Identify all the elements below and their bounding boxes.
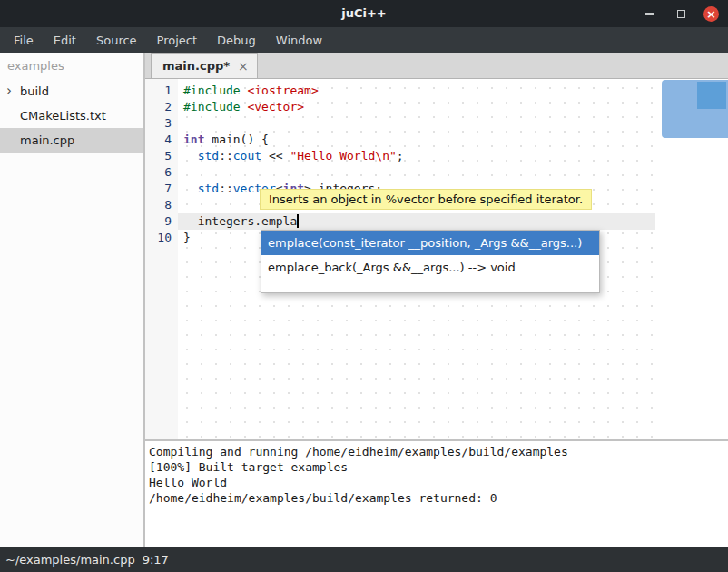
window-controls: × bbox=[642, 0, 719, 27]
tab-label: main.cpp* bbox=[162, 59, 230, 73]
menu-file[interactable]: File bbox=[4, 27, 44, 53]
project-name: examples bbox=[0, 53, 143, 79]
status-file-path: ~/examples/main.cpp bbox=[5, 553, 135, 567]
line-number-gutter: 12345678910 bbox=[145, 79, 178, 439]
tree-item-build[interactable]: ›build bbox=[0, 79, 143, 104]
line-number: 3 bbox=[145, 115, 178, 132]
minimize-icon bbox=[645, 13, 654, 15]
file-tree-panel: examples ›buildCMakeLists.txtmain.cpp bbox=[0, 53, 143, 547]
text-cursor bbox=[297, 214, 299, 228]
line-number: 5 bbox=[145, 148, 178, 164]
code-line[interactable]: integers.empla bbox=[178, 213, 655, 230]
window-title: juCi++ bbox=[0, 0, 728, 27]
editor-column: main.cpp* × 12345678910 #include <iostre… bbox=[145, 53, 728, 547]
code-line[interactable]: #include <vector> bbox=[178, 99, 655, 115]
menu-edit[interactable]: Edit bbox=[44, 27, 86, 53]
file-tree: ›buildCMakeLists.txtmain.cpp bbox=[0, 79, 143, 153]
tab-main-cpp[interactable]: main.cpp* × bbox=[151, 53, 258, 78]
menubar: FileEditSourceProjectDebugWindow bbox=[0, 27, 728, 53]
code-line[interactable]: int main() { bbox=[178, 132, 655, 148]
code-segment: :: bbox=[219, 149, 233, 163]
line-number: 10 bbox=[145, 230, 178, 246]
terminal-line: Hello World bbox=[149, 475, 728, 490]
code-line[interactable] bbox=[178, 164, 655, 181]
code-segment: std bbox=[198, 149, 219, 163]
minimize-button[interactable] bbox=[642, 5, 658, 22]
menu-source[interactable]: Source bbox=[86, 27, 147, 53]
completion-item[interactable]: emplace(const_iterator __position, _Args… bbox=[261, 231, 599, 255]
tree-item-main-cpp[interactable]: main.cpp bbox=[0, 128, 143, 153]
terminal-output[interactable]: Compiling and running /home/eidheim/exam… bbox=[145, 441, 728, 547]
code-segment: cout bbox=[233, 149, 261, 163]
terminal-line: Compiling and running /home/eidheim/exam… bbox=[149, 444, 728, 459]
code-segment: << bbox=[261, 149, 290, 163]
completion-popup: emplace(const_iterator __position, _Args… bbox=[261, 230, 600, 293]
code-segment: ; bbox=[397, 149, 404, 163]
code-line[interactable]: #include <iostream> bbox=[178, 83, 655, 99]
code-segment: <iostream> bbox=[247, 84, 318, 97]
tabbar: main.cpp* × bbox=[145, 53, 728, 79]
line-number: 1 bbox=[145, 83, 178, 99]
line-number: 4 bbox=[145, 132, 178, 148]
code-segment: #include bbox=[183, 84, 241, 97]
code-segment: integers.empla bbox=[183, 214, 297, 228]
line-number: 7 bbox=[145, 181, 178, 197]
status-cursor-position: 9:17 bbox=[143, 553, 169, 567]
tree-item-label: CMakeLists.txt bbox=[0, 109, 106, 123]
menu-project[interactable]: Project bbox=[147, 27, 207, 53]
tree-item-label: main.cpp bbox=[0, 133, 74, 147]
code-segment bbox=[183, 149, 198, 163]
code-segment: int bbox=[183, 133, 204, 146]
restore-button[interactable] bbox=[673, 5, 689, 22]
titlebar: juCi++ × bbox=[0, 0, 728, 27]
code-line[interactable] bbox=[178, 115, 655, 132]
chevron-right-icon[interactable]: › bbox=[6, 83, 12, 99]
tab-close-icon[interactable]: × bbox=[238, 59, 249, 74]
line-number: 8 bbox=[145, 197, 178, 213]
code-segment: } bbox=[183, 231, 191, 244]
app-window: juCi++ × FileEditSourceProjectDebugWindo… bbox=[0, 0, 728, 572]
code-segment: :: bbox=[219, 182, 233, 195]
scroll-overview[interactable] bbox=[662, 80, 728, 138]
main-content: examples ›buildCMakeLists.txtmain.cpp ma… bbox=[0, 53, 728, 547]
line-number: 2 bbox=[145, 99, 178, 115]
terminal-line: [100%] Built target examples bbox=[149, 459, 728, 475]
line-number: 6 bbox=[145, 164, 178, 181]
code-segment: #include bbox=[183, 100, 241, 113]
scroll-overview-thumb[interactable] bbox=[697, 82, 726, 109]
code-editor[interactable]: 12345678910 #include <iostream>#include … bbox=[145, 79, 728, 439]
menu-window[interactable]: Window bbox=[266, 27, 332, 53]
doc-tooltip: Inserts an object in %vector before spec… bbox=[260, 189, 592, 210]
menu-debug[interactable]: Debug bbox=[207, 27, 266, 53]
close-icon: × bbox=[706, 6, 716, 22]
completion-item[interactable]: emplace_back(_Args &&__args...) --> void bbox=[261, 255, 599, 280]
terminal-line: /home/eidheim/examples/build/examples re… bbox=[149, 490, 728, 506]
tree-item-cmakelists-txt[interactable]: CMakeLists.txt bbox=[0, 104, 143, 128]
line-number: 9 bbox=[145, 213, 178, 230]
code-segment bbox=[183, 182, 198, 195]
code-segment: std bbox=[198, 182, 219, 195]
statusbar: ~/examples/main.cpp 9:17 bbox=[0, 547, 728, 572]
code-segment: <vector> bbox=[247, 100, 304, 113]
code-line[interactable]: std::cout << "Hello World\n"; bbox=[178, 148, 655, 164]
code-segment: main() { bbox=[204, 133, 268, 146]
code-segment: "Hello World\n" bbox=[290, 149, 396, 163]
restore-icon bbox=[677, 10, 685, 18]
close-button[interactable]: × bbox=[703, 6, 719, 22]
